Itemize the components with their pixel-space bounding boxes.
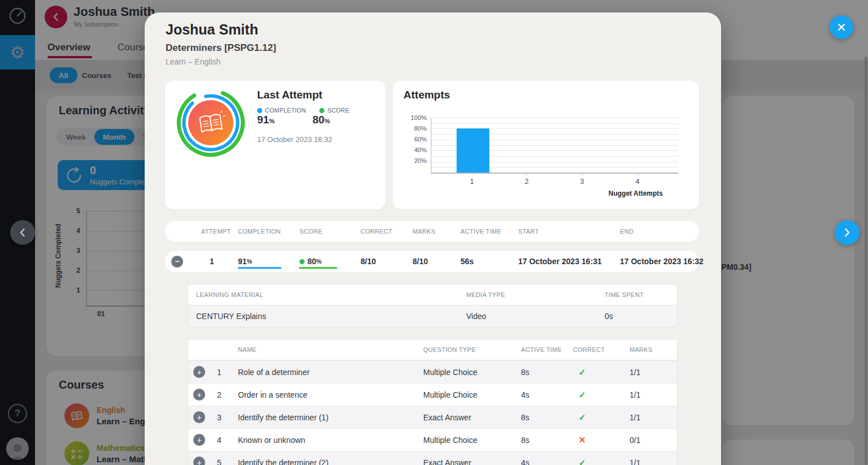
question-row[interactable]: + 5 Identify the determiner (2) Exact An… [188, 451, 677, 465]
questions-header: NAME QUESTION TYPE ACTIVE TIME CORRECT M… [188, 339, 677, 360]
time-spent: 0s [605, 312, 677, 321]
expand-question-button[interactable]: + [193, 411, 205, 423]
question-row[interactable]: + 2 Order in a sentence Multiple Choice … [188, 383, 677, 406]
material-name: CENTURY Explains [196, 312, 466, 321]
last-attempt-title: Last Attempt [257, 89, 322, 101]
nugget-detail-modal: Joshua Smith Determiners [PSPG1.12] Lear… [145, 12, 721, 465]
y-tick: 80% [397, 125, 427, 132]
question-name: Identify the determiner (1) [238, 413, 423, 422]
col-correct: CORRECT [573, 346, 630, 353]
question-type: Exact Answer [423, 458, 521, 465]
next-nugget-button[interactable] [835, 220, 860, 245]
screen: ⚙ ? Joshua S [0, 0, 868, 465]
attempt-start: 17 October 2023 16:31 [518, 251, 620, 272]
learning-material-row[interactable]: CENTURY Explains Video 0s [188, 305, 677, 327]
col-active-time: ACTIVE TIME [521, 346, 573, 353]
question-marks: 1/1 [630, 390, 677, 399]
attempt-correct: 8/10 [361, 251, 413, 272]
attempt-end: 17 October 2023 16:32 [620, 251, 704, 272]
col-score: SCORE [300, 228, 361, 235]
correct-icon: ✓ [573, 367, 630, 377]
attempts-chart-card: Attempts 100% 80% 60% 40% 20% 1 2 3 4 Nu… [393, 81, 699, 209]
attempts-title: Attempts [403, 89, 450, 101]
chevron-right-icon [842, 227, 852, 238]
question-number: 3 [217, 413, 238, 422]
question-row[interactable]: + 4 Known or unknown Multiple Choice 8s … [188, 428, 677, 451]
question-type: Multiple Choice [423, 368, 521, 377]
y-tick: 20% [397, 157, 427, 164]
correct-icon: ✓ [573, 412, 630, 423]
col-start: START [518, 228, 620, 235]
col-correct: CORRECT [361, 228, 413, 235]
col-completion: COMPLETION [238, 228, 300, 235]
col-active-time: ACTIVE TIME [461, 228, 518, 235]
chevron-left-icon [18, 227, 28, 238]
correct-icon: ✓ [573, 390, 630, 400]
y-tick: 60% [397, 136, 427, 143]
y-tick: 40% [397, 147, 427, 153]
question-name: Identify the determiner (2) [238, 458, 423, 465]
question-number: 1 [217, 368, 238, 377]
score-underline [299, 267, 337, 269]
last-attempt-legend: COMPLETION SCORE [257, 107, 349, 114]
close-icon [836, 21, 847, 33]
x-tick: 3 [576, 178, 588, 186]
attempt-summary-header: ATTEMPT COMPLETION SCORE CORRECT MARKS A… [165, 221, 699, 242]
score-dot-icon [319, 108, 324, 113]
expand-question-button[interactable]: + [193, 434, 205, 446]
learning-material-header: LEARNING MATERIAL MEDIA TYPE TIME SPENT [188, 285, 677, 305]
question-name: Role of a determiner [238, 368, 423, 377]
close-modal-button[interactable] [830, 15, 853, 39]
question-row[interactable]: + 1 Role of a determiner Multiple Choice… [188, 360, 677, 383]
attempts-xlabel: Nugget Attempts [609, 190, 663, 197]
attempt-summary-row[interactable]: − 1 91% 80% 8/10 8/10 56s 17 October 202… [165, 251, 699, 272]
attempt-1-bar[interactable] [457, 128, 489, 173]
last-attempt-timestamp: 17 October 2023 16:32 [257, 135, 332, 144]
completion-label: COMPLETION [265, 107, 306, 114]
attempt-completion: 91% [238, 251, 300, 272]
x-tick: 1 [466, 178, 478, 186]
nugget-progress-ring-icon [175, 87, 246, 161]
question-active-time: 8s [521, 413, 573, 422]
question-number: 2 [217, 390, 238, 399]
question-marks: 0/1 [630, 436, 677, 445]
question-name: Known or unknown [238, 436, 423, 445]
learning-material-table: LEARNING MATERIAL MEDIA TYPE TIME SPENT … [188, 284, 678, 328]
question-type: Multiple Choice [423, 390, 521, 399]
modal-student-name: Joshua Smith [166, 21, 258, 38]
col-end: END [620, 228, 699, 235]
modal-nugget-title: Determiners [PSPG1.12] [166, 42, 276, 54]
score-label: SCORE [327, 107, 349, 114]
score-dot-icon [300, 259, 305, 264]
col-learning-material: LEARNING MATERIAL [196, 291, 466, 298]
x-tick: 4 [632, 178, 643, 186]
correct-icon: ✓ [573, 458, 630, 465]
question-type: Exact Answer [423, 413, 521, 422]
question-active-time: 4s [521, 390, 573, 399]
question-marks: 1/1 [630, 458, 677, 465]
x-tick: 2 [521, 178, 532, 186]
attempt-marks: 8/10 [413, 251, 461, 272]
media-type: Video [466, 312, 605, 321]
col-name: NAME [238, 346, 423, 353]
col-marks: MARKS [630, 346, 677, 353]
expand-question-button[interactable]: + [193, 366, 205, 378]
attempt-score: 80% [300, 251, 361, 272]
expand-question-button[interactable]: + [193, 457, 205, 465]
expand-question-button[interactable]: + [193, 389, 205, 401]
previous-nugget-button[interactable] [10, 220, 35, 245]
question-number: 4 [217, 436, 238, 445]
question-active-time: 8s [521, 368, 573, 377]
col-marks: MARKS [413, 228, 461, 235]
attempts-plot-area [431, 118, 678, 174]
modal-course-name: Learn – English [166, 57, 220, 66]
completion-value: 91% [257, 114, 275, 126]
col-media-type: MEDIA TYPE [466, 291, 605, 298]
attempt-number: 1 [201, 251, 238, 272]
col-attempt: ATTEMPT [201, 228, 238, 235]
question-row[interactable]: + 3 Identify the determiner (1) Exact An… [188, 406, 677, 428]
questions-table: NAME QUESTION TYPE ACTIVE TIME CORRECT M… [188, 339, 678, 465]
question-marks: 1/1 [630, 413, 677, 422]
incorrect-icon: ✕ [573, 435, 630, 445]
collapse-attempt-button[interactable]: − [171, 256, 183, 268]
